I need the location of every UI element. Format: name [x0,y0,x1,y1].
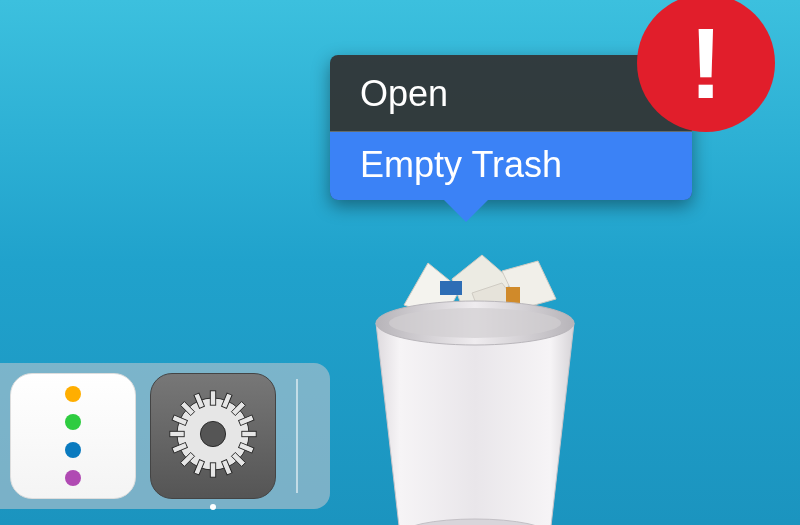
notes-app-icon[interactable] [10,373,136,499]
svg-rect-2 [210,391,215,405]
system-preferences-app-icon[interactable] [150,373,276,499]
dot-icon [65,470,81,486]
menu-pointer-icon [442,198,490,222]
dot-icon [65,414,81,430]
dock [0,363,330,509]
running-indicator-icon [210,504,216,510]
trash-icon[interactable] [352,235,597,525]
svg-point-25 [389,308,561,338]
svg-rect-5 [242,431,256,436]
exclamation-icon: ! [689,6,722,121]
svg-rect-4 [170,431,184,436]
dock-separator-icon [296,379,298,493]
notes-dots-icon [65,386,81,486]
warning-badge: ! [637,0,775,132]
svg-rect-22 [440,281,462,295]
dot-icon [65,442,81,458]
svg-point-1 [200,421,225,446]
svg-rect-3 [210,463,215,477]
menu-item-empty-trash[interactable]: Empty Trash [330,132,692,200]
dot-icon [65,386,81,402]
gear-icon [168,389,258,483]
